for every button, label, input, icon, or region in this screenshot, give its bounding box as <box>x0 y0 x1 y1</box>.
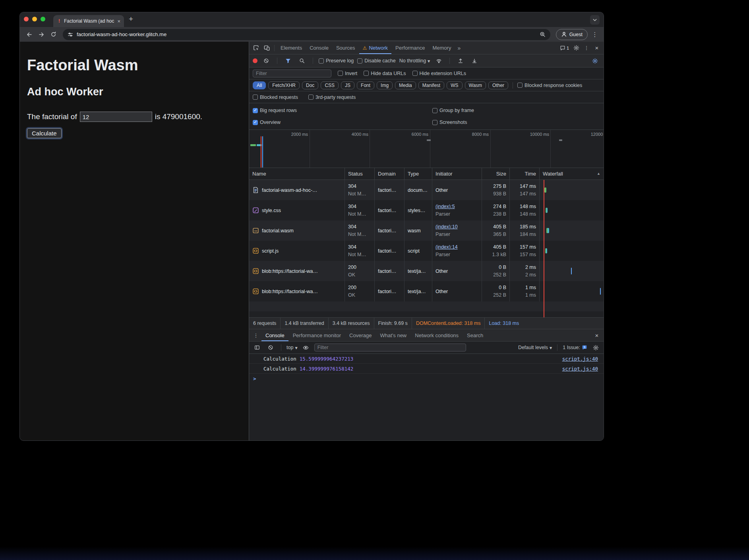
filter-chip-media[interactable]: Media <box>395 81 416 89</box>
clear-console-button[interactable] <box>265 342 276 353</box>
throttling-select[interactable]: No throttling ▾ <box>399 58 430 64</box>
inspect-element-button[interactable] <box>251 43 261 53</box>
network-request-row[interactable]: blob:https://factorial-wa… 200 OK factor… <box>249 261 604 281</box>
drawer-tab-coverage[interactable]: Coverage <box>345 329 375 341</box>
drawer-tab-whats-new[interactable]: What's new <box>376 329 410 341</box>
drawer-tab-console[interactable]: Console <box>261 329 288 341</box>
screenshots-checkbox[interactable]: Screenshots <box>432 116 600 128</box>
site-settings-icon[interactable] <box>68 32 73 37</box>
live-expression-button[interactable] <box>301 342 311 353</box>
column-header-initiator[interactable]: Initiator <box>432 168 482 180</box>
devtools-close-button[interactable]: × <box>592 43 602 53</box>
drawer-tab-performance-monitor[interactable]: Performance monitor <box>289 329 345 341</box>
column-header-domain[interactable]: Domain <box>375 168 404 180</box>
filter-chip-js[interactable]: JS <box>341 81 354 89</box>
browser-tab[interactable]: ! Factorial Wasm (ad hoc Work × <box>53 15 124 27</box>
minimize-window-button[interactable] <box>32 17 37 21</box>
tab-elements[interactable]: Elements <box>277 42 306 54</box>
column-header-type[interactable]: Type <box>404 168 432 180</box>
filter-chip-other[interactable]: Other <box>488 81 508 89</box>
invert-checkbox[interactable]: Invert <box>338 71 357 76</box>
third-party-requests-checkbox[interactable]: 3rd-party requests <box>308 95 356 100</box>
forward-button[interactable] <box>36 29 47 40</box>
filter-chip-wasm[interactable]: Wasm <box>465 81 486 89</box>
tab-performance[interactable]: Performance <box>392 42 428 54</box>
close-window-button[interactable] <box>24 17 29 21</box>
more-tabs-button[interactable]: » <box>455 45 463 51</box>
tab-sources[interactable]: Sources <box>333 42 359 54</box>
console-sidebar-button[interactable] <box>252 342 262 353</box>
drawer-tab-network-conditions[interactable]: Network conditions <box>411 329 463 341</box>
network-request-row[interactable]: style.css 304 Not M… factori… styles… (i… <box>249 200 604 220</box>
column-header-size[interactable]: Size <box>482 168 510 180</box>
initiator-link[interactable]: (index):10 <box>435 224 458 230</box>
issues-link[interactable]: 1 Issue: 1 <box>563 345 587 350</box>
console-empty-area[interactable] <box>249 384 604 440</box>
console-settings-button[interactable] <box>590 342 601 353</box>
devtools-settings-button[interactable] <box>571 43 581 53</box>
devtools-menu-button[interactable]: ⋮ <box>581 43 592 53</box>
console-source-link[interactable]: script.js:40 <box>562 356 598 362</box>
console-message[interactable]: Calculation 14.399999976158142 script.js… <box>249 364 604 374</box>
network-conditions-button[interactable] <box>434 56 444 66</box>
console-filter-input[interactable] <box>314 344 466 351</box>
column-header-time[interactable]: Time <box>510 168 540 180</box>
record-network-log-button[interactable] <box>253 58 257 63</box>
filter-chip-manifest[interactable]: Manifest <box>418 81 444 89</box>
profile-button[interactable]: Guest <box>556 29 588 40</box>
drawer-close-button[interactable]: × <box>592 330 602 340</box>
factorial-input[interactable] <box>80 112 152 122</box>
tab-memory[interactable]: Memory <box>429 42 455 54</box>
browser-menu-button[interactable]: ⋮ <box>590 31 600 38</box>
filter-chip-all[interactable]: All <box>253 81 266 89</box>
reload-button[interactable] <box>48 29 59 40</box>
address-bar[interactable]: factorial-wasm-ad-hoc-worker.glitch.me <box>63 29 550 40</box>
back-button[interactable] <box>24 29 35 40</box>
issues-counter-button[interactable]: 1 <box>558 45 571 51</box>
console-prompt[interactable]: > <box>249 374 604 384</box>
network-overview-timeline[interactable]: 2000 ms 4000 ms 6000 ms 8000 ms 10000 ms… <box>249 130 604 168</box>
console-source-link[interactable]: script.js:40 <box>562 366 598 372</box>
initiator-link[interactable]: (index):14 <box>435 244 458 250</box>
big-request-rows-checkbox[interactable]: Big request rows <box>253 104 432 116</box>
column-header-name[interactable]: Name <box>249 168 345 180</box>
drawer-menu-button[interactable]: ⋮ <box>251 330 261 340</box>
tab-network[interactable]: ⚠ Network <box>359 42 391 54</box>
log-levels-select[interactable]: Default levels ▾ <box>518 345 552 351</box>
filter-chip-css[interactable]: CSS <box>321 81 339 89</box>
group-by-frame-checkbox[interactable]: Group by frame <box>432 104 600 116</box>
fullscreen-window-button[interactable] <box>41 17 45 21</box>
hide-data-urls-checkbox[interactable]: Hide data URLs <box>364 71 406 76</box>
filter-chip-img[interactable]: Img <box>377 81 393 89</box>
tab-close-icon[interactable]: × <box>117 19 120 24</box>
new-tab-button[interactable]: + <box>129 12 133 27</box>
network-search-button[interactable] <box>297 56 307 66</box>
blocked-requests-checkbox[interactable]: Blocked requests <box>253 95 298 100</box>
export-har-button[interactable] <box>469 56 480 66</box>
overview-checkbox[interactable]: Overview <box>253 116 432 128</box>
filter-chip-font[interactable]: Font <box>357 81 374 89</box>
network-request-row[interactable]: script.js 304 Not M… factori… script (in… <box>249 241 604 261</box>
disable-cache-checkbox[interactable]: Disable cache <box>357 58 396 64</box>
tab-console[interactable]: Console <box>306 42 332 54</box>
network-request-row[interactable]: wa factorial.wasm 304 Not M… factori… wa… <box>249 220 604 241</box>
network-filter-input[interactable] <box>253 70 331 77</box>
console-message[interactable]: Calculation 15.599999964237213 script.js… <box>249 354 604 364</box>
zoom-icon[interactable] <box>540 31 546 37</box>
preserve-log-checkbox[interactable]: Preserve log <box>319 58 354 64</box>
network-request-row[interactable]: factorial-wasm-ad-hoc-… 304 Not M… facto… <box>249 180 604 200</box>
network-settings-button[interactable] <box>590 56 600 66</box>
column-header-waterfall[interactable]: Waterfall ▲ <box>540 168 604 180</box>
column-header-status[interactable]: Status <box>345 168 375 180</box>
blocked-response-cookies-checkbox[interactable]: Blocked response cookies <box>517 83 582 88</box>
filter-toggle-button[interactable] <box>283 56 293 66</box>
hide-extension-urls-checkbox[interactable]: Hide extension URLs <box>412 71 466 76</box>
network-request-row[interactable]: blob:https://factorial-wa… 200 OK factor… <box>249 281 604 301</box>
calculate-button[interactable]: Calculate <box>27 128 62 138</box>
filter-chip-ws[interactable]: WS <box>447 81 462 89</box>
tab-search-button[interactable] <box>590 15 600 25</box>
clear-network-log-button[interactable] <box>261 56 271 66</box>
initiator-link[interactable]: (index):5 <box>435 204 455 209</box>
filter-chip-doc[interactable]: Doc <box>302 81 318 89</box>
filter-chip-fetch-xhr[interactable]: Fetch/XHR <box>268 81 300 89</box>
